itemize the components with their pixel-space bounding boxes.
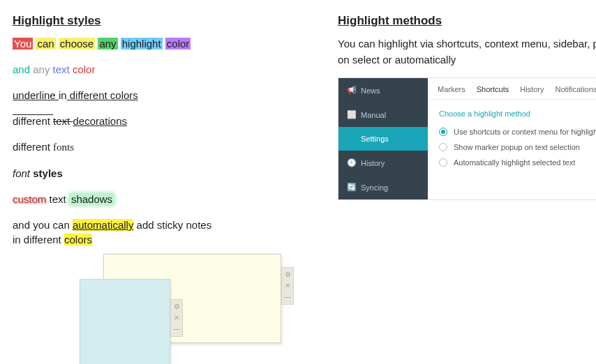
strike-text: text bbox=[53, 115, 73, 127]
sidebar-item-settings[interactable]: Settings bbox=[338, 127, 428, 151]
tab-markers[interactable]: Markers bbox=[438, 85, 465, 93]
bold-text: styles bbox=[33, 167, 63, 179]
style-row-shadows: custom text shadows bbox=[13, 192, 320, 206]
styles-heading: Highlight styles bbox=[13, 14, 320, 28]
panel-body: Choose a highlight method Use shortcuts … bbox=[428, 100, 596, 183]
methods-heading: Highlight methods bbox=[338, 14, 596, 28]
settings-app: 📢News ⬜Manual Settings 🕘History 🔄Syncing… bbox=[338, 77, 596, 200]
sidebar-item-label: Manual bbox=[361, 111, 386, 119]
tab-shortcuts[interactable]: Shortcuts bbox=[477, 85, 509, 93]
gear-icon[interactable]: ⚙ bbox=[174, 302, 180, 312]
style-row-sticky: and you can automatically add sticky not… bbox=[13, 218, 320, 247]
history-icon: 🕘 bbox=[347, 158, 355, 167]
underline-deco: decorations bbox=[73, 115, 127, 127]
option-label: Show marker popup on text selection bbox=[454, 143, 580, 151]
close-icon[interactable]: ✕ bbox=[285, 281, 290, 291]
methods-desc: You can highlight via shortcuts, context… bbox=[338, 36, 596, 68]
fonts-serif: fonts bbox=[53, 142, 74, 153]
hl-yellow: can bbox=[36, 38, 55, 50]
sidebar-item-manual[interactable]: ⬜Manual bbox=[338, 103, 428, 127]
text-teal: and bbox=[13, 63, 30, 75]
hl-auto: automatically bbox=[73, 219, 134, 231]
option-popup[interactable]: Show marker popup on text selection bbox=[439, 143, 596, 151]
hl-yellow-2: choose bbox=[59, 38, 95, 50]
tabs: Markers Shortcuts History Notifications … bbox=[428, 78, 596, 100]
minimize-icon[interactable]: — bbox=[284, 292, 291, 302]
sidebar-item-label: Settings bbox=[361, 135, 389, 143]
radio-icon bbox=[439, 128, 447, 136]
news-icon: 📢 bbox=[347, 86, 355, 95]
fonts-sans: different bbox=[13, 141, 50, 153]
underline-word: underline bbox=[13, 89, 59, 101]
minimize-icon[interactable]: — bbox=[173, 324, 180, 334]
underline-teal: colors bbox=[110, 89, 138, 101]
close-icon[interactable]: ✕ bbox=[174, 313, 179, 323]
option-label: Use shortcuts or context menu for highli… bbox=[454, 128, 596, 136]
panel-title: Choose a highlight method bbox=[439, 109, 596, 118]
hl-green: any bbox=[98, 38, 117, 50]
manual-icon: ⬜ bbox=[347, 110, 355, 119]
sidebar-item-syncing[interactable]: 🔄Syncing bbox=[338, 175, 428, 199]
sticky-note-blue[interactable]: ⚙ ✕ — bbox=[80, 279, 170, 364]
style-row-fonts: different fonts bbox=[13, 139, 320, 155]
main-panel: Markers Shortcuts History Notifications … bbox=[428, 78, 596, 199]
gear-icon[interactable]: ⚙ bbox=[285, 270, 291, 280]
note-toolbar: ⚙ ✕ — bbox=[281, 267, 294, 305]
shadow-rest: text bbox=[46, 193, 69, 205]
sticky-l1a: and you can bbox=[13, 219, 73, 231]
style-row-text-colors: and any text color bbox=[13, 62, 320, 77]
hl-red: You bbox=[13, 38, 33, 50]
hl-purple: color bbox=[165, 38, 191, 50]
hl-colors: colors bbox=[64, 234, 92, 245]
option-shortcuts[interactable]: Use shortcuts or context menu for highli… bbox=[439, 128, 596, 136]
italic-text: font bbox=[13, 167, 30, 179]
option-label: Automatically highlight selected text bbox=[454, 158, 575, 167]
underline-olive: different bbox=[67, 89, 110, 101]
text-blue: text bbox=[53, 63, 70, 75]
style-row-underline: underline in different colors bbox=[13, 88, 320, 103]
shadow-green: shadows bbox=[69, 193, 114, 205]
tab-notifications[interactable]: Notifications bbox=[555, 85, 596, 93]
note-toolbar: ⚙ ✕ — bbox=[170, 299, 183, 337]
sidebar-item-label: History bbox=[361, 159, 385, 167]
option-auto[interactable]: Automatically highlight selected text bbox=[439, 158, 596, 167]
sticky-l1b: add sticky notes bbox=[133, 219, 211, 231]
sticky-l2a: in different bbox=[13, 234, 64, 245]
text-gray: any bbox=[33, 63, 50, 75]
sync-icon: 🔄 bbox=[347, 183, 355, 192]
underline-in: in bbox=[59, 89, 67, 101]
style-row-font-styles: font styles bbox=[13, 166, 320, 181]
hl-blue: highlight bbox=[121, 38, 163, 50]
sidebar-item-label: News bbox=[361, 86, 380, 95]
sidebar-item-history[interactable]: 🕘History bbox=[338, 151, 428, 175]
sticky-notes-area: ⚙ ✕ — ⚙ ✕ — bbox=[13, 254, 320, 364]
sidebar: 📢News ⬜Manual Settings 🕘History 🔄Syncing bbox=[338, 78, 428, 199]
tab-history[interactable]: History bbox=[520, 85, 544, 93]
radio-icon bbox=[439, 143, 447, 151]
sidebar-item-news[interactable]: 📢News bbox=[338, 78, 428, 103]
sidebar-item-label: Syncing bbox=[361, 183, 388, 192]
overline-text: different bbox=[13, 115, 53, 127]
style-row-highlight-colors: You can choose any highlight color bbox=[13, 36, 320, 51]
text-red: color bbox=[73, 63, 96, 75]
style-row-decorations: different text decorations bbox=[13, 114, 320, 128]
radio-icon bbox=[439, 158, 447, 167]
shadow-red: custom bbox=[13, 193, 46, 205]
